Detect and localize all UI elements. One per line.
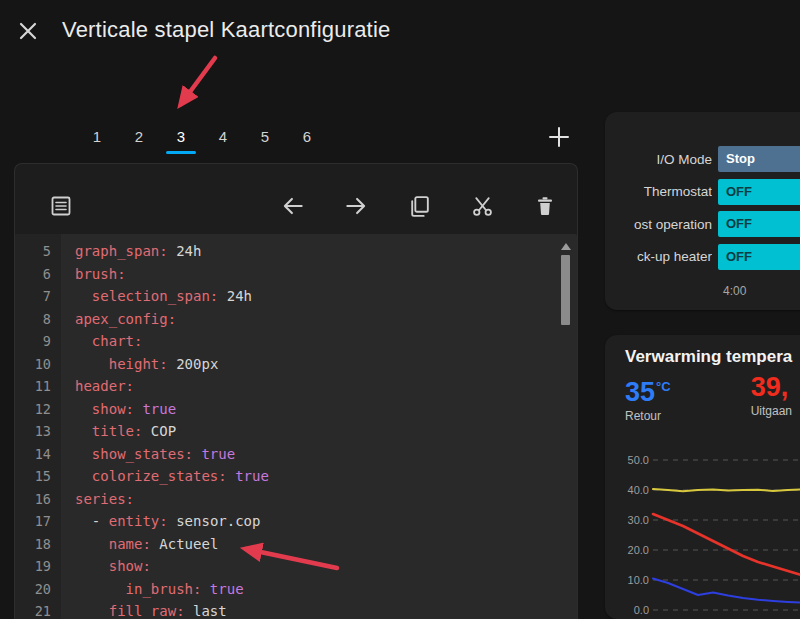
status-card-rows: I/O ModeStopThermostatOFFost operationOF… [605,146,800,270]
copy-icon [407,194,432,219]
yaml-token-key: chart: [92,333,143,349]
yaml-token-key: name: [109,536,151,552]
code-line[interactable]: in_brush: true [75,578,557,601]
yaml-token-key: height: [109,356,168,372]
editor-toolbar [15,164,577,234]
arrow-to-tab-3 [181,58,215,104]
code-line[interactable]: graph_span: 24h [75,240,557,263]
redo-button[interactable] [340,190,372,222]
line-number: 8 [15,308,51,331]
yaml-token-val: 24h [218,288,252,304]
yaml-token-bool: true [201,581,243,597]
card-configuration-dialog: Verticale stapel Kaartconfiguratie 12345… [0,0,800,619]
yaml-token-val [75,603,109,619]
scroll-up-arrow-icon[interactable] [561,243,571,250]
line-number: 20 [15,578,51,601]
code-line[interactable]: series: [75,488,557,511]
tab-label: 5 [261,128,269,145]
line-number: 9 [15,330,51,353]
arrow-left-icon [280,193,306,219]
code-line[interactable]: height: 200px [75,353,557,376]
yaml-token-val [75,468,92,484]
yaml-token-val: Actueel [151,536,218,552]
yaml-token-val: last [185,603,227,619]
code-line[interactable]: chart: [75,330,557,353]
copy-button[interactable] [403,190,435,222]
yaml-token-key: graph_span: [75,243,168,259]
yaml-token-val: 24h [168,243,202,259]
yaml-token-val [75,333,92,349]
code-line[interactable]: brush: [75,263,557,286]
yaml-token-key: header: [75,378,134,394]
delete-button[interactable] [529,190,561,222]
yaml-token-key: title: [92,423,143,439]
toggle-off-button[interactable]: OFF [718,244,800,270]
tab-bar: 123456 [76,119,328,154]
yaml-token-val [75,401,92,417]
code-line[interactable]: title: COP [75,420,557,443]
add-card-button[interactable] [543,121,575,153]
yaml-token-key: brush: [75,266,126,282]
code-line[interactable]: name: Actueel [75,533,557,556]
yaml-token-val [75,288,92,304]
line-number: 10 [15,353,51,376]
code-line[interactable]: show: true [75,398,557,421]
code-lines: graph_span: 24hbrush: selection_span: 24… [75,240,557,619]
visual-editor-toggle-button[interactable] [45,190,77,222]
toolbar-right-group [277,190,561,222]
state-value-block: 39,Uitgaan [751,373,792,423]
y-tick-label: 0.0 [609,603,649,617]
line-number: 18 [15,533,51,556]
code-line[interactable]: - entity: sensor.cop [75,510,557,533]
line-number: 17 [15,510,51,533]
tab-3[interactable]: 3 [160,119,202,154]
tab-label: 1 [93,128,101,145]
undo-button[interactable] [277,190,309,222]
state-label: Retour [625,409,671,423]
code-line[interactable]: colorize_states: true [75,465,557,488]
y-tick-label: 30.0 [609,513,649,527]
code-line[interactable]: header: [75,375,557,398]
line-number: 14 [15,443,51,466]
yaml-token-bool: true [193,446,235,462]
line-number: 13 [15,420,51,443]
code-line[interactable]: show: [75,555,557,578]
tab-label: 6 [303,128,311,145]
code-editor[interactable]: 56789101112131415161718192021 graph_span… [15,234,577,619]
yaml-token-val: 200px [168,356,219,372]
yaml-token-val: sensor.cop [168,513,261,529]
close-button[interactable] [14,17,42,45]
active-tab-indicator [166,151,196,154]
yaml-token-key: show: [109,558,151,574]
y-tick-label: 10.0 [609,573,649,587]
tab-label: 3 [177,128,185,145]
toggle-off-button[interactable]: OFF [718,179,800,205]
entity-label: ost operation [605,217,712,232]
temperature-chart-card-preview: Verwarming tempera 35°CRetour39,Uitgaan … [605,335,800,619]
chart-series-red-curve [653,514,800,580]
tab-1[interactable]: 1 [76,119,118,154]
tab-2[interactable]: 2 [118,119,160,154]
code-line[interactable]: show_states: true [75,443,557,466]
tab-5[interactable]: 5 [244,119,286,154]
entity-row: ThermostatOFF [605,179,800,205]
arrow-right-icon [343,193,369,219]
yaml-token-bool: true [227,468,269,484]
tab-6[interactable]: 6 [286,119,328,154]
scrollbar-thumb[interactable] [561,255,570,325]
code-line[interactable]: fill_raw: last [75,600,557,619]
cut-button[interactable] [466,190,498,222]
state-value: 39, [751,373,792,401]
list-box-icon [49,194,73,218]
y-tick-label: 20.0 [609,543,649,557]
tab-4[interactable]: 4 [202,119,244,154]
line-number: 7 [15,285,51,308]
preview-chart-svg [653,455,800,619]
mode-select[interactable]: Stop [718,146,800,172]
toggle-off-button[interactable]: OFF [718,211,800,237]
editor-scrollbar[interactable] [559,240,572,619]
code-line[interactable]: selection_span: 24h [75,285,557,308]
code-line[interactable]: apex_config: [75,308,557,331]
yaml-token-val [75,446,92,462]
temp-card-states: 35°CRetour39,Uitgaan [625,373,792,423]
